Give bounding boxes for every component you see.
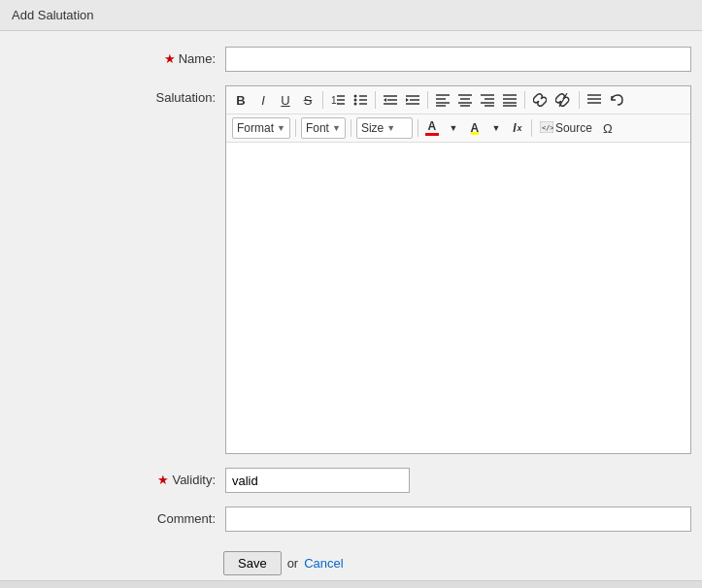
font-dropdown[interactable]: Font ▼ — [301, 117, 346, 139]
toolbar-row2: Format ▼ Font ▼ Size ▼ — [226, 114, 690, 143]
outdent-button[interactable] — [380, 89, 401, 111]
separator2 — [375, 91, 376, 109]
separator5 — [579, 91, 580, 109]
svg-text:</>: </> — [542, 124, 553, 132]
font-color-bar — [425, 133, 439, 136]
bg-color-a: A — [471, 122, 480, 135]
comment-input[interactable] — [225, 506, 691, 532]
cancel-link[interactable]: Cancel — [304, 556, 343, 571]
separator4 — [524, 91, 525, 109]
validity-required-star: ★ — [157, 473, 169, 487]
separator7 — [351, 119, 351, 137]
validity-row: ★Validity: — [0, 468, 702, 493]
align-left-button[interactable] — [432, 89, 453, 111]
ordered-list-button[interactable]: 1. — [327, 89, 349, 111]
bold-button[interactable]: B — [230, 89, 251, 111]
bg-color-arrow-button[interactable]: ▼ — [485, 117, 507, 139]
font-color-button[interactable]: A — [421, 117, 443, 139]
unordered-list-button[interactable] — [350, 89, 371, 111]
svg-marker-13 — [384, 98, 386, 102]
name-label: ★Name: — [12, 47, 225, 66]
italic-button[interactable]: I — [252, 89, 274, 111]
comment-row: Comment: — [0, 506, 702, 532]
svg-point-4 — [354, 95, 357, 98]
font-arrow: ▼ — [332, 123, 341, 133]
comment-field — [225, 506, 691, 532]
align-right-button[interactable] — [477, 89, 498, 111]
format-dropdown[interactable]: Format ▼ — [232, 117, 290, 139]
format-arrow: ▼ — [277, 123, 285, 133]
remove-format-button[interactable]: Ix — [507, 117, 528, 139]
size-label: Size — [361, 121, 384, 135]
font-color-a: A — [428, 120, 437, 132]
svg-point-6 — [354, 103, 357, 106]
unlink-button[interactable] — [552, 89, 575, 111]
font-color-arrow-button[interactable]: ▼ — [443, 117, 464, 139]
salutation-label: Salutation: — [12, 85, 225, 105]
size-dropdown[interactable]: Size ▼ — [356, 117, 413, 139]
rich-text-editor: B I U S 1. — [225, 85, 691, 454]
validity-field — [225, 468, 690, 493]
name-input[interactable] — [225, 47, 691, 72]
size-arrow: ▼ — [386, 123, 395, 133]
validity-input[interactable] — [225, 468, 410, 493]
separator8 — [418, 119, 418, 137]
source-icon: </> — [540, 121, 553, 135]
salutation-field: B I U S 1. — [225, 85, 691, 454]
underline-button[interactable]: U — [275, 89, 296, 111]
comment-label: Comment: — [12, 506, 225, 526]
name-field — [225, 47, 691, 72]
align-center-button[interactable] — [454, 89, 476, 111]
separator1 — [322, 91, 323, 109]
separator6 — [295, 119, 296, 137]
page-title: Add Salutation — [0, 0, 702, 31]
separator9 — [531, 119, 532, 137]
indent-button[interactable] — [402, 89, 423, 111]
link-button[interactable] — [529, 89, 551, 111]
salutation-row: Salutation: B I U S 1. — [0, 85, 702, 454]
svg-marker-17 — [406, 98, 409, 102]
actions-row: Save or Cancel — [0, 545, 702, 581]
validity-label: ★Validity: — [12, 468, 225, 487]
or-text: or — [287, 556, 299, 571]
save-button[interactable]: Save — [223, 551, 282, 575]
toolbar-row1: B I U S 1. — [226, 86, 690, 114]
bg-color-button[interactable]: A — [464, 117, 485, 139]
editor-content-area[interactable] — [226, 143, 690, 453]
format-label: Format — [237, 121, 274, 135]
font-label: Font — [306, 121, 329, 135]
horizontal-scrollbar[interactable] — [0, 580, 702, 588]
special-chars-button[interactable]: Ω — [597, 117, 618, 139]
horizontal-rule-button[interactable] — [584, 89, 605, 111]
form-container: ★Name: Salutation: B I U S 1. — [0, 31, 702, 588]
separator3 — [427, 91, 428, 109]
source-label: Source — [555, 121, 592, 135]
source-button[interactable]: </> Source — [535, 117, 597, 139]
required-star: ★ — [164, 51, 176, 66]
strikethrough-button[interactable]: S — [297, 89, 318, 111]
justify-button[interactable] — [499, 89, 520, 111]
svg-point-5 — [354, 99, 357, 102]
name-row: ★Name: — [0, 47, 702, 72]
undo-button[interactable] — [606, 89, 627, 111]
